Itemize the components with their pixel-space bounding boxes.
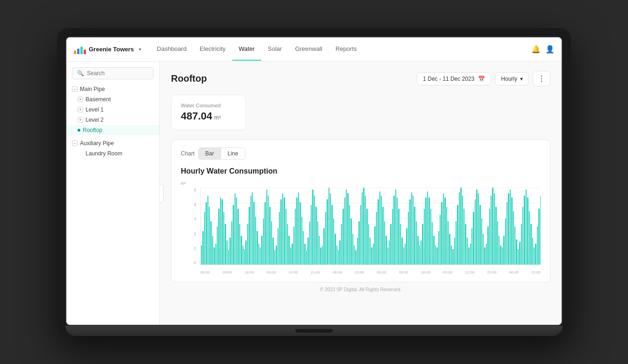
bar-col[interactable] (456, 221, 457, 265)
bar-col[interactable] (268, 196, 269, 265)
bar-col[interactable] (252, 192, 253, 265)
bar-col[interactable] (398, 209, 399, 265)
bar-col[interactable] (395, 189, 396, 265)
bar-col[interactable] (322, 245, 323, 265)
bar-col[interactable] (502, 247, 503, 265)
bar-col[interactable] (202, 231, 203, 265)
bar-col[interactable] (371, 247, 372, 265)
bar-col[interactable] (500, 245, 501, 265)
bar-col[interactable] (518, 249, 519, 265)
bar-col[interactable] (513, 211, 514, 265)
bar-col[interactable] (492, 188, 493, 265)
bar-col[interactable] (446, 207, 447, 265)
bar-col[interactable] (344, 197, 345, 265)
bar-col[interactable] (239, 224, 240, 265)
bar-col[interactable] (284, 197, 285, 265)
bar-col[interactable] (408, 212, 409, 265)
tree-item-level1[interactable]: + Level 1 (66, 105, 159, 115)
bar-col[interactable] (384, 221, 385, 265)
bar-col[interactable] (432, 222, 433, 265)
bar-col[interactable] (400, 224, 401, 265)
bar-col[interactable] (516, 239, 517, 265)
tree-item-auxiliary[interactable]: − Auxiliary Pipe (66, 138, 159, 148)
bar-col[interactable] (341, 224, 342, 265)
bar-col[interactable] (483, 234, 484, 265)
bar-col[interactable] (529, 211, 530, 265)
tree-toggle-plus[interactable]: + (78, 97, 83, 102)
bar-col[interactable] (385, 236, 386, 265)
bar-col[interactable] (243, 245, 243, 265)
tree-item-laundry[interactable]: Laundry Room (66, 148, 159, 159)
bar-col[interactable] (263, 218, 264, 265)
bar-col[interactable] (207, 196, 208, 265)
bar-col[interactable] (489, 209, 490, 265)
bar-col[interactable] (379, 191, 380, 265)
bar-col[interactable] (258, 244, 259, 265)
bar-col[interactable] (264, 202, 265, 265)
bar-col[interactable] (352, 234, 353, 265)
profile-icon[interactable]: 👤 (546, 45, 554, 54)
bar-col[interactable] (494, 193, 495, 265)
bar-col[interactable] (419, 245, 420, 265)
bar-col[interactable] (438, 231, 439, 265)
bar-col[interactable] (537, 226, 538, 265)
bar-col[interactable] (237, 209, 238, 265)
bar-col[interactable] (417, 236, 418, 265)
date-range-button[interactable]: 1 Dec - 11 Dec 2023 📅 (417, 72, 491, 85)
bar-col[interactable] (233, 205, 234, 265)
bar-col[interactable] (381, 196, 382, 265)
bar-col[interactable] (260, 247, 261, 265)
bar-col[interactable] (311, 205, 312, 265)
bar-col[interactable] (304, 244, 305, 265)
bar-col[interactable] (358, 221, 359, 265)
bar-col[interactable] (421, 240, 421, 265)
bar-col[interactable] (397, 197, 398, 265)
bar-col[interactable] (495, 207, 496, 265)
bar-col[interactable] (300, 202, 300, 265)
bar-col[interactable] (315, 207, 316, 265)
bar-col[interactable] (339, 240, 340, 265)
bar-col[interactable] (209, 207, 210, 265)
bar-col[interactable] (521, 224, 522, 265)
bar-col[interactable] (393, 196, 394, 265)
bar-col[interactable] (382, 207, 383, 265)
bar-col[interactable] (218, 209, 219, 265)
bar-col[interactable] (510, 189, 511, 265)
bar-col[interactable] (514, 226, 515, 265)
nav-solar[interactable]: Solar (261, 38, 288, 61)
bar-col[interactable] (307, 238, 308, 265)
bar-col[interactable] (409, 199, 410, 265)
bar-col[interactable] (425, 197, 426, 265)
bar-col[interactable] (468, 247, 469, 265)
bar-col[interactable] (366, 209, 367, 265)
bar-col[interactable] (392, 209, 393, 265)
bar-col[interactable] (249, 207, 250, 265)
bar-col[interactable] (507, 202, 507, 265)
bar-col[interactable] (535, 244, 536, 265)
bar-col[interactable] (290, 247, 291, 265)
bar-col[interactable] (454, 238, 455, 265)
bar-col[interactable] (201, 245, 202, 265)
bar-col[interactable] (479, 205, 480, 265)
bar-col[interactable] (217, 226, 218, 265)
bar-col[interactable] (228, 250, 229, 265)
bar-col[interactable] (244, 249, 245, 265)
bar-col[interactable] (272, 238, 273, 265)
bar-col[interactable] (330, 193, 331, 265)
bar-col[interactable] (215, 244, 216, 265)
bar-col[interactable] (325, 212, 326, 265)
bar-col[interactable] (368, 224, 369, 265)
bar-col[interactable] (225, 224, 226, 265)
tree-item-level2[interactable]: + Level 2 (66, 115, 159, 125)
bar-col[interactable] (343, 209, 343, 265)
bar-col[interactable] (448, 221, 449, 265)
bar-col[interactable] (511, 197, 512, 265)
bar-col[interactable] (487, 226, 488, 265)
bar-col[interactable] (475, 199, 476, 265)
chart-type-bar[interactable]: Bar (199, 148, 221, 159)
bar-col[interactable] (292, 244, 293, 265)
bar-col[interactable] (333, 218, 334, 265)
bar-col[interactable] (227, 240, 228, 265)
bar-col[interactable] (534, 247, 535, 265)
bar-col[interactable] (484, 247, 485, 265)
